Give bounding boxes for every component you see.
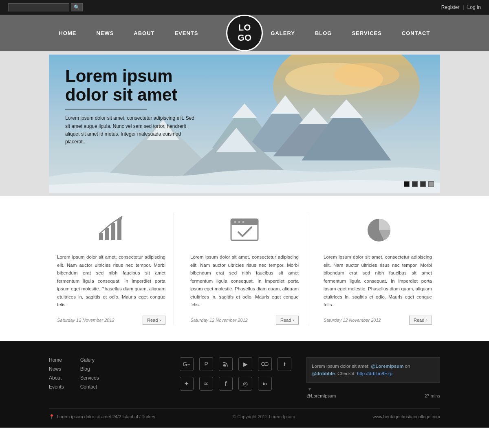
card-2-text: Lorem ipsum dolor sit amet, consectetur …: [190, 253, 299, 309]
card-1-text: Lorem ipsum dolor sit amet, consectetur …: [57, 253, 165, 309]
svg-point-23: [234, 221, 236, 223]
card-2-footer: Saturday 12 November 2012 Read ›: [190, 316, 299, 325]
social-row-2: ✦ ∞ f ◎ in: [180, 377, 294, 391]
content-card-2: Lorem ipsum dolor sit amet, consectetur …: [182, 213, 307, 325]
svg-rect-17: [105, 228, 109, 240]
card-3-text: Lorem ipsum dolor sit amet, consectetur …: [324, 253, 432, 309]
footer-links: Home News About Events Galery Blog Servi…: [49, 357, 163, 400]
hero-text: Lorem ipsum dolor sit amet, consectetur …: [65, 114, 196, 146]
svg-point-3: [334, 63, 399, 87]
tumblr-icon[interactable]: t: [278, 357, 291, 371]
top-bar: 🔍 Register | Log In: [0, 0, 489, 15]
footer-link-group-2: Galery Blog Services Contact: [80, 357, 99, 400]
footer-bottom: 📍 Lorem ipsum dolor sit amet,24/2 Istanb…: [49, 408, 440, 419]
nav-about[interactable]: ABOUT: [130, 27, 159, 40]
footer-link-galery[interactable]: Galery: [80, 357, 99, 363]
nav-news[interactable]: NEWS: [92, 27, 118, 40]
tweet-author: @LoremIpsum 27 mins: [306, 392, 440, 400]
hero-dot-3[interactable]: [420, 181, 426, 187]
svg-point-25: [242, 221, 244, 223]
dribbble-icon[interactable]: ◎: [238, 377, 252, 391]
logo-line1: LO: [238, 23, 251, 33]
footer-social: G+ P ▶ t ✦ ∞ f ◎ in: [172, 357, 294, 400]
hero-dots: [404, 181, 434, 187]
footer: Home News About Events Galery Blog Servi…: [0, 341, 489, 428]
content-card-3: Lorem ipsum dolor sit amet, consectetur …: [315, 213, 440, 325]
footer-link-events[interactable]: Events: [49, 384, 64, 390]
search-button[interactable]: 🔍: [71, 3, 83, 11]
tweet-box: Lorem ipsum dolor sit amet: @LoremIpsum …: [306, 357, 440, 383]
lastfm-icon[interactable]: ∞: [199, 377, 213, 391]
hero-dot-4[interactable]: [428, 181, 434, 187]
svg-rect-19: [117, 219, 121, 240]
hero-section: Lorem ipsumdolor sit amet Lorem ipsum do…: [49, 55, 440, 193]
logo[interactable]: LO GO: [226, 15, 263, 51]
card-1-date: Saturday 12 November 2012: [57, 318, 115, 323]
card-2-read-btn[interactable]: Read ›: [276, 316, 299, 325]
auth-divider: |: [463, 4, 464, 10]
social-row-1: G+ P ▶ t: [180, 357, 294, 371]
pinterest-icon[interactable]: P: [199, 357, 213, 371]
register-link[interactable]: Register: [441, 4, 460, 10]
chart-icon: [95, 213, 128, 245]
login-link[interactable]: Log In: [467, 4, 481, 10]
card-1-footer: Saturday 12 November 2012 Read ›: [57, 316, 165, 325]
browser-check-icon: [228, 213, 261, 245]
svg-point-24: [238, 221, 240, 223]
card-3-footer: Saturday 12 November 2012 Read ›: [324, 316, 432, 325]
footer-link-contact[interactable]: Contact: [80, 384, 99, 390]
hero-title: Lorem ipsumdolor sit amet: [65, 67, 196, 104]
flickr-icon[interactable]: [258, 357, 272, 371]
content-card-1: Lorem ipsum dolor sit amet, consectetur …: [49, 213, 174, 325]
nav-home[interactable]: HOME: [55, 27, 80, 40]
twitter-icon[interactable]: ✦: [180, 377, 194, 391]
search-form: 🔍: [8, 3, 83, 11]
rss-icon[interactable]: [219, 357, 233, 371]
svg-rect-18: [111, 223, 115, 240]
google-plus-icon[interactable]: G+: [180, 357, 194, 371]
svg-point-27: [223, 365, 225, 367]
nav-bar: LO GO HOME NEWS ABOUT EVENTS GALERY BLOG…: [0, 15, 489, 51]
footer-link-about[interactable]: About: [49, 375, 64, 381]
footer-address: 📍 Lorem ipsum dolor sit amet,24/2 Istanb…: [49, 414, 155, 419]
card-3-read-btn[interactable]: Read ›: [409, 316, 432, 325]
card-1-read-btn[interactable]: Read ›: [143, 316, 165, 325]
pie-chart-icon: [361, 213, 394, 245]
svg-point-28: [262, 362, 265, 366]
footer-link-services[interactable]: Services: [80, 375, 99, 381]
hero-content: Lorem ipsumdolor sit amet Lorem ipsum do…: [65, 67, 196, 146]
youtube-icon[interactable]: ▶: [238, 357, 252, 371]
footer-website: www.heritagechristiancollege.com: [372, 414, 440, 419]
footer-tweet: Lorem ipsum dolor sit amet: @LoremIpsum …: [302, 357, 440, 400]
footer-inner: Home News About Events Galery Blog Servi…: [49, 357, 440, 400]
footer-link-blog[interactable]: Blog: [80, 366, 99, 372]
auth-links: Register | Log In: [441, 4, 481, 10]
footer-link-news[interactable]: News: [49, 366, 64, 372]
nav-galery[interactable]: GALERY: [267, 27, 299, 40]
nav-inner: LO GO HOME NEWS ABOUT EVENTS GALERY BLOG…: [49, 27, 440, 40]
hero-divider: [65, 109, 147, 110]
card-2-date: Saturday 12 November 2012: [190, 318, 248, 323]
tweet-link[interactable]: http://drbLin/fEzp: [357, 371, 392, 376]
footer-copyright: © Copyright 2012 Lorem Ipsum: [233, 414, 295, 419]
nav-events[interactable]: EVENTS: [170, 27, 202, 40]
tweet-handle: @LoremIpsum: [306, 393, 336, 398]
linkedin-icon[interactable]: in: [258, 377, 272, 391]
location-icon: 📍: [49, 414, 55, 419]
nav-services[interactable]: SERVICES: [348, 27, 386, 40]
svg-point-29: [265, 362, 268, 366]
nav-contact[interactable]: CONTACT: [398, 27, 434, 40]
card-3-date: Saturday 12 November 2012: [324, 318, 381, 323]
facebook-icon[interactable]: f: [219, 377, 233, 391]
content-section: Lorem ipsum dolor sit amet, consectetur …: [49, 196, 440, 341]
footer-link-home[interactable]: Home: [49, 357, 64, 363]
nav-blog[interactable]: BLOG: [311, 27, 336, 40]
tweet-time: 27 mins: [424, 393, 440, 398]
logo-line2: GO: [238, 33, 251, 43]
hero-dot-1[interactable]: [404, 181, 410, 187]
search-input[interactable]: [8, 3, 69, 11]
footer-link-group-1: Home News About Events: [49, 357, 64, 400]
hero-dot-2[interactable]: [412, 181, 418, 187]
